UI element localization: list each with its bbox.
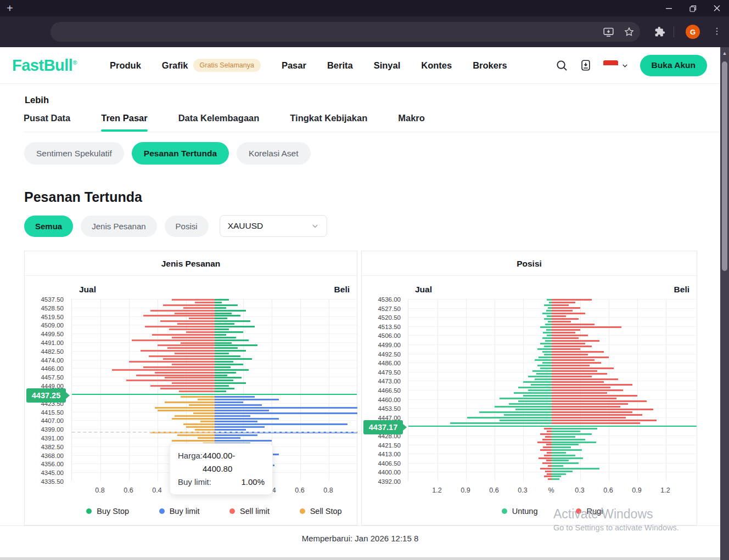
vertical-scrollbar: ▲ [720,47,729,560]
chart-bar [552,335,588,336]
bookmark-star-icon[interactable] [624,26,635,39]
y-axis-label: 4453.50 [362,405,401,412]
chart-bar [129,361,215,363]
nav-item-berita[interactable]: Berita [327,60,353,71]
chart-bar [183,423,215,425]
app-download-icon[interactable] [580,59,592,71]
open-account-button[interactable]: Buka Akun [640,55,707,76]
chart-bar [215,385,229,387]
chart-bar [198,437,215,439]
y-axis-label: 4499.50 [25,331,64,337]
y-axis-label: 4356.00 [25,461,64,467]
chart-bar [163,358,215,360]
filter-pill-sentimen-spekulatif[interactable]: Sentimen Spekulatif [24,142,124,165]
chart-bar [215,364,243,365]
select-chevron-icon [311,222,319,230]
y-axis-label: 4499.00 [362,342,401,348]
y-axis-label: 4368.00 [25,452,64,459]
close-button[interactable] [705,0,729,16]
legend-dot-icon [159,508,165,514]
chart-bar [172,418,215,420]
chart-bar [158,344,215,346]
chart-plot-area[interactable] [408,299,697,481]
browser-menu-icon[interactable]: ⋮ [713,26,721,36]
chart-bar [552,367,614,369]
legend-item-sell-stop[interactable]: Sell Stop [300,507,342,516]
chart-bar [215,415,250,417]
chart-bar [542,351,552,353]
chart-bar [542,337,552,339]
chart-bar [548,307,552,309]
subnav-tab-tingkat-kebijakan[interactable]: Tingkat Kebijakan [290,113,367,123]
language-selector[interactable] [603,60,629,70]
search-icon[interactable] [556,59,568,72]
chart-bar [523,395,552,397]
scrollbar-thumb[interactable] [722,61,727,271]
subnav-tab-tren-pasar[interactable]: Tren Pasar [101,113,147,123]
subnav-tab-data-kelembagaan[interactable]: Data Kelembagaan [178,113,260,123]
profile-avatar[interactable]: G [686,25,700,39]
control-pill-semua[interactable]: Semua [24,216,73,237]
chart-bar [215,404,262,406]
chart-bar [552,428,597,429]
chart-bar [141,350,215,352]
chart-bar [552,462,579,464]
address-bar[interactable] [51,22,640,42]
y-axis-label: 4479.50 [362,369,401,376]
chart-bar [215,361,233,363]
chart-bar [542,362,552,364]
chart-bar [215,429,246,431]
nav-item-label: Sinyal [374,60,401,71]
chart-bar [155,407,215,409]
control-pill-jenis-pesanan[interactable]: Jenis Pesanan [81,216,156,237]
chart-bar [552,384,632,386]
extensions-puzzle-icon[interactable] [654,26,665,39]
nav-item-produk[interactable]: Produk [110,60,141,71]
chart-bar [215,337,236,338]
more-label[interactable]: Lebih [25,95,720,105]
filter-pill-pesanan-tertunda[interactable]: Pesanan Tertunda [132,142,229,165]
chart-bar [552,442,596,443]
restore-button[interactable] [681,0,705,16]
legend-item-rugi[interactable]: Rugi [576,507,603,516]
subnav-tab-pusat-data[interactable]: Pusat Data [24,113,70,123]
minimize-button[interactable] [657,0,681,16]
chart-bar [152,334,215,336]
scrollbar-up-arrow[interactable]: ▲ [720,47,729,56]
y-axis-label: 4527.50 [362,306,401,312]
chart-bar [215,320,250,322]
chart-bar [548,321,552,323]
fastbull-logo[interactable]: FastBull® [12,56,77,75]
chart-bar [500,420,552,421]
chart-bar [167,347,215,349]
legend-item-untung[interactable]: Untung [502,507,538,516]
chart-plot-area[interactable]: Harga:4400.00-4400.80Buy limit:1.00% [71,299,357,481]
subnav-tab-makro[interactable]: Makro [398,113,425,123]
legend-label: Rugi [586,507,603,516]
chart-bar [149,355,215,357]
legend-item-buy-stop[interactable]: Buy Stop [86,507,129,516]
chart-bar [172,299,215,301]
new-tab-button[interactable]: + [7,3,13,14]
current-price-line [72,394,357,395]
nav-item-kontes[interactable]: Kontes [421,60,452,71]
install-app-icon[interactable] [603,26,614,40]
chart-bar [552,446,571,448]
symbol-select[interactable]: XAUUSD [220,215,327,237]
chart-bar [552,381,604,383]
chart-bar [544,455,552,456]
control-buttons: SemuaJenis PesananPosisi [24,216,209,237]
nav-item-pasar[interactable]: Pasar [282,60,306,71]
control-pill-posisi[interactable]: Posisi [165,216,209,237]
x-axis-tick: 0.9 [461,487,470,494]
nav-item-grafik[interactable]: GrafikGratis Selamanya [162,59,261,72]
chart-bar [215,434,257,436]
chart-bar [163,304,215,306]
legend-item-buy-limit[interactable]: Buy limit [159,507,200,516]
nav-item-sinyal[interactable]: Sinyal [374,60,401,71]
chart-bar [552,457,583,459]
legend-item-sell-limit[interactable]: Sell limit [229,507,270,516]
filter-pill-korelasi-aset[interactable]: Korelasi Aset [237,142,310,165]
nav-item-brokers[interactable]: Brokers [473,60,507,71]
horizontal-scrollbar[interactable] [0,557,720,560]
